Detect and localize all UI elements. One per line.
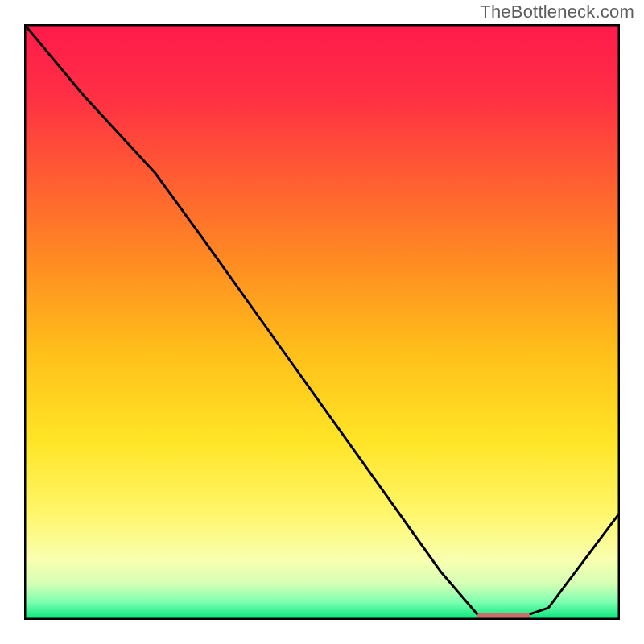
- gradient-background: [24, 24, 620, 620]
- plot-area: [24, 24, 620, 620]
- chart-svg: [24, 24, 620, 620]
- chart-container: TheBottleneck.com: [0, 0, 644, 644]
- watermark-text: TheBottleneck.com: [480, 2, 634, 23]
